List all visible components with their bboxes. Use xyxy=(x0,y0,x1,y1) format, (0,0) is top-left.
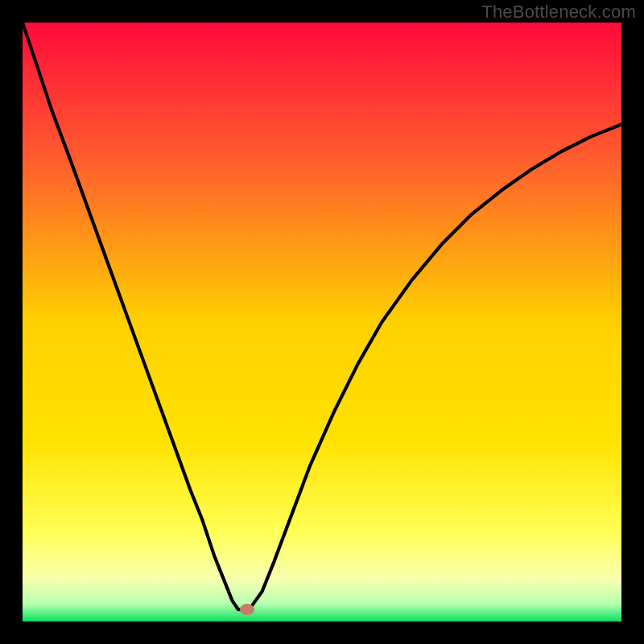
optimum-marker xyxy=(240,604,254,615)
chart-frame xyxy=(23,23,621,621)
watermark-text: TheBottleneck.com xyxy=(481,2,636,23)
bottleneck-curve xyxy=(23,23,621,621)
chart-panel xyxy=(23,23,621,621)
